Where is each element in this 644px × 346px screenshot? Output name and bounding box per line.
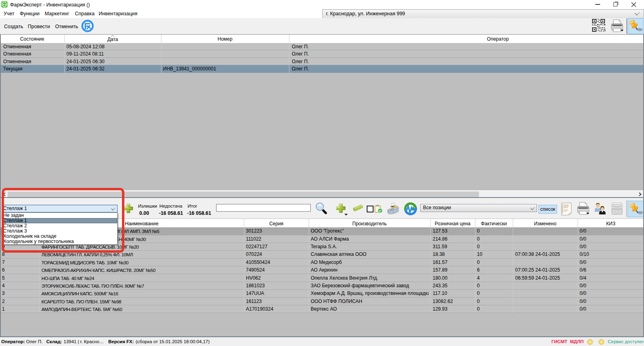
svg-text:Fx: Fx: [3, 3, 6, 6]
